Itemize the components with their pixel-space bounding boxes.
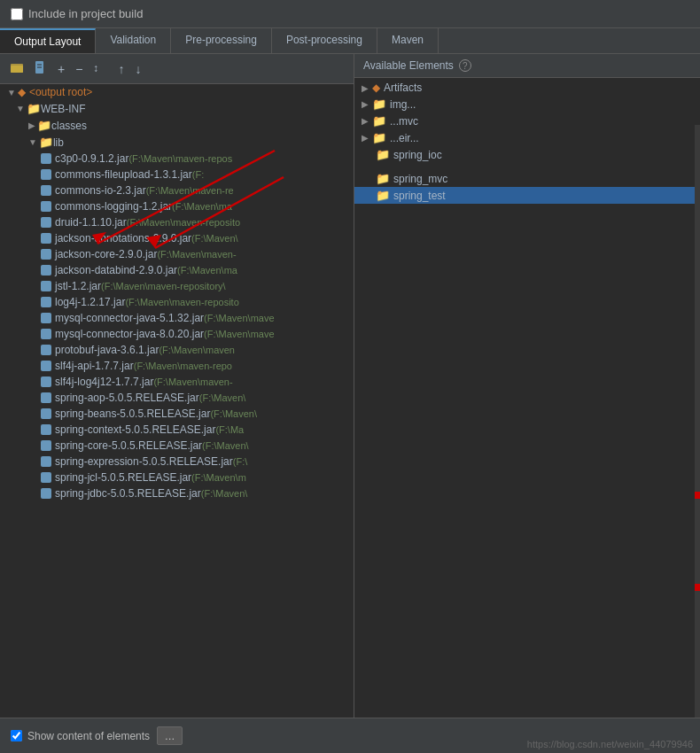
scroll-marker-2 <box>695 584 700 591</box>
tree-root[interactable]: ▼ ◆ <output root> <box>0 84 354 100</box>
watermark-text: https://blog.csdn.net/weixin_44079946 <box>527 739 693 749</box>
root-label: <output root> <box>29 86 92 98</box>
right-tree-item-img[interactable]: ▶ 📁 img... <box>354 96 700 113</box>
tab-post-processing[interactable]: Post-processing <box>272 28 377 53</box>
jar-icon <box>41 281 51 291</box>
jar-icon <box>41 408 51 419</box>
jar-icon <box>41 153 51 164</box>
tree-item-c3p0[interactable]: c3p0-0.9.1.2.jar (F:\Maven\maven-repos <box>0 151 354 167</box>
tree-item-web-inf[interactable]: ▼ 📁 WEB-INF <box>0 100 354 117</box>
toolbar: + − ↕ ↑ ↓ <box>0 54 354 84</box>
right-tree-item-spring-ioc[interactable]: 📁 spring_ioc <box>354 146 700 163</box>
move-down-button[interactable]: ↓ <box>130 59 145 79</box>
tree-item-slf4j-api[interactable]: slf4j-api-1.7.7.jar (F:\Maven\maven-repo <box>0 358 354 374</box>
jar-icon <box>41 201 51 212</box>
scroll-marker-1 <box>695 492 700 499</box>
jar-icon <box>41 169 51 180</box>
show-content-checkbox[interactable] <box>11 730 22 741</box>
include-build-text: Include in project build <box>28 7 143 20</box>
lib-label: lib <box>53 136 64 149</box>
tree-item-commons-fileupload[interactable]: commons-fileupload-1.3.1.jar (F: <box>0 167 354 182</box>
spring-test-label: spring_test <box>393 190 446 202</box>
tab-validation[interactable]: Validation <box>96 28 171 53</box>
tree-item-jackson-annotations[interactable]: jackson-annotations-2.9.0.jar (F:\Maven\ <box>0 230 354 246</box>
right-tree-item-eir[interactable]: ▶ 📁 ...eir... <box>354 129 700 146</box>
top-bar: Include in project build <box>0 0 700 28</box>
remove-button[interactable]: − <box>71 59 87 79</box>
include-build-label[interactable]: Include in project build <box>11 7 143 20</box>
jar-icon <box>41 488 51 499</box>
svg-rect-1 <box>11 66 23 73</box>
jar-icon <box>41 329 51 339</box>
jar-icon <box>41 233 51 244</box>
tree-item-commons-io[interactable]: commons-io-2.3.jar (F:\Maven\maven-re <box>0 182 354 198</box>
right-tree-item-spring-mvc[interactable]: 📁 spring_mvc <box>354 170 700 187</box>
tab-maven[interactable]: Maven <box>377 28 439 53</box>
mvc-label: ...mvc <box>390 115 418 128</box>
spring-ioc-label: spring_ioc <box>393 149 442 161</box>
tree-item-spring-aop[interactable]: spring-aop-5.0.5.RELEASE.jar (F:\Maven\ <box>0 390 354 406</box>
tree-item-spring-jcl[interactable]: spring-jcl-5.0.5.RELEASE.jar (F:\Maven\m <box>0 470 354 485</box>
right-panel: Available Elements ? ▶ ◆ Artifacts ▶ 📁 i… <box>354 54 700 736</box>
jar-icon <box>41 217 51 228</box>
available-elements-label: Available Elements <box>363 59 454 72</box>
tree-item-jstl[interactable]: jstl-1.2.jar (F:\Maven\maven-repository\ <box>0 278 354 294</box>
help-icon[interactable]: ? <box>459 59 471 72</box>
tree-item-lib[interactable]: ▼ 📁 lib <box>0 134 354 151</box>
classes-label: classes <box>51 120 87 132</box>
right-tree: ▶ ◆ Artifacts ▶ 📁 img... ▶ 📁 ...mvc <box>354 78 700 736</box>
jar-icon <box>41 376 51 387</box>
left-panel: + − ↕ ↑ ↓ ▼ ◆ <output root> <box>0 54 354 736</box>
web-inf-label: WEB-INF <box>41 103 86 115</box>
tree-item-mysql5[interactable]: mysql-connector-java-5.1.32.jar (F:\Mave… <box>0 310 354 326</box>
left-tree: ▼ ◆ <output root> ▼ 📁 WEB-INF ▶ 📁 classe… <box>0 84 354 736</box>
jar-icon <box>41 440 51 451</box>
add-button[interactable]: + <box>53 59 69 79</box>
add-folder-button[interactable] <box>5 58 28 80</box>
dots-button[interactable]: ... <box>157 726 183 745</box>
tree-item-mysql8[interactable]: mysql-connector-java-8.0.20.jar (F:\Mave… <box>0 326 354 342</box>
include-build-checkbox[interactable] <box>11 8 23 20</box>
jar-icon <box>41 249 51 260</box>
sort-button[interactable]: ↕ <box>89 58 112 79</box>
tree-item-jackson-databind[interactable]: jackson-databind-2.9.0.jar (F:\Maven\ma <box>0 262 354 278</box>
tree-item-spring-core[interactable]: spring-core-5.0.5.RELEASE.jar (F:\Maven\ <box>0 438 354 454</box>
svg-text:↕: ↕ <box>93 62 98 74</box>
tab-output-layout[interactable]: Output Layout <box>0 28 96 53</box>
jar-icon <box>41 392 51 403</box>
spring-mvc-label: spring_mvc <box>393 173 447 185</box>
tree-item-spring-expression[interactable]: spring-expression-5.0.5.RELEASE.jar (F:\ <box>0 454 354 470</box>
right-tree-item-mvc[interactable]: ▶ 📁 ...mvc <box>354 113 700 129</box>
show-content-text: Show content of elements <box>27 730 150 742</box>
tree-item-druid[interactable]: druid-1.1.10.jar (F:\Maven\maven-reposit… <box>0 214 354 230</box>
tree-item-spring-jdbc[interactable]: spring-jdbc-5.0.5.RELEASE.jar (F:\Maven\ <box>0 485 354 501</box>
tree-item-protobuf[interactable]: protobuf-java-3.6.1.jar (F:\Maven\maven <box>0 342 354 358</box>
jar-icon <box>41 361 51 371</box>
tree-item-log4j[interactable]: log4j-1.2.17.jar (F:\Maven\maven-reposit… <box>0 294 354 310</box>
right-tree-item-artifacts[interactable]: ▶ ◆ Artifacts <box>354 80 700 96</box>
tabs-bar: Output Layout Validation Pre-processing … <box>0 28 700 54</box>
tree-item-jackson-core[interactable]: jackson-core-2.9.0.jar (F:\Maven\maven- <box>0 246 354 262</box>
tab-pre-processing[interactable]: Pre-processing <box>171 28 272 53</box>
jar-icon <box>41 313 51 323</box>
tree-item-commons-logging[interactable]: commons-logging-1.2.jar (F:\Maven\ma <box>0 198 354 214</box>
bottom-bar: Show content of elements ... https://blo… <box>0 718 700 753</box>
tree-item-classes[interactable]: ▶ 📁 classes <box>0 117 354 134</box>
right-tree-item-spring-test[interactable]: 📁 spring_test <box>354 187 700 204</box>
jar-icon <box>41 297 51 307</box>
jar-icon <box>41 472 51 483</box>
eir-label: ...eir... <box>390 132 419 144</box>
jar-icon <box>41 456 51 467</box>
tree-item-spring-context[interactable]: spring-context-5.0.5.RELEASE.jar (F:\Ma <box>0 422 354 438</box>
available-elements-header: Available Elements ? <box>354 54 700 78</box>
add-file-button[interactable] <box>30 58 51 80</box>
tree-item-slf4j-log4j[interactable]: slf4j-log4j12-1.7.7.jar (F:\Maven\maven- <box>0 374 354 390</box>
tree-item-spring-beans[interactable]: spring-beans-5.0.5.RELEASE.jar (F:\Maven… <box>0 406 354 422</box>
artifacts-label: Artifacts <box>384 82 422 94</box>
jar-icon <box>41 185 51 196</box>
jar-icon <box>41 345 51 355</box>
show-content-label[interactable]: Show content of elements <box>11 730 150 742</box>
move-up-button[interactable]: ↑ <box>113 59 128 79</box>
jar-icon <box>41 265 51 276</box>
img-label: img... <box>390 98 416 111</box>
